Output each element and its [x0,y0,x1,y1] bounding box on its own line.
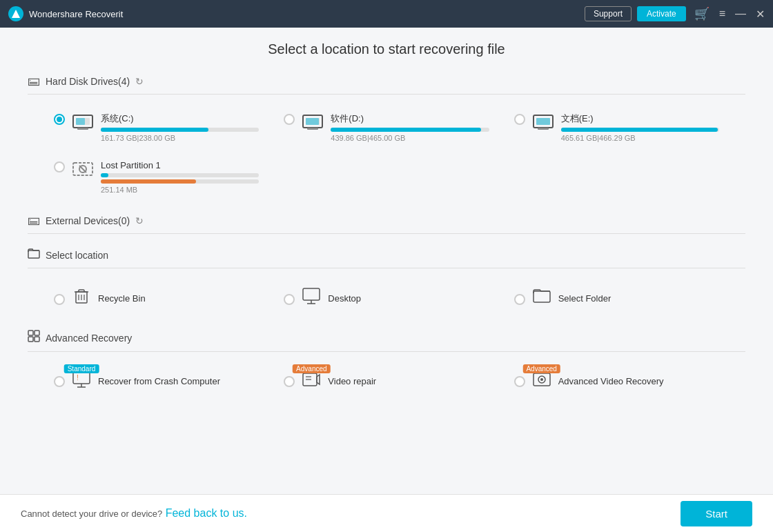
external-icon: 🖴 [28,213,40,228]
location-item-desktop[interactable]: Desktop [278,281,494,316]
drive-bar-bg-lost2 [101,179,259,184]
hard-disk-section: 🖴 Hard Disk Drives(4) ↻ 系统(C:) 161.73 GB… [28,74,745,199]
drive-bar-bg-e [561,128,719,132]
close-icon[interactable]: ✕ [756,8,765,21]
drive-item-lost[interactable]: Lost Partition 1 251.14 MB [48,155,264,199]
drive-size-e: 465.61 GB|466.29 GB [561,134,719,142]
desktop-icon [302,286,321,311]
select-location-icon [28,248,40,262]
footer-feedback-link[interactable]: Feed back to us. [166,507,247,519]
svg-rect-28 [28,337,33,342]
drive-name-c: 系统(C:) [101,112,259,125]
drive-size-d: 439.86 GB|465.00 GB [331,134,489,142]
drive-item-c[interactable]: 系统(C:) 161.73 GB|238.00 GB [48,107,264,148]
video-repair-icon-wrap: Advanced [302,370,321,392]
drive-icon-e [532,112,554,135]
drive-name-lost: Lost Partition 1 [101,160,259,170]
video-repair-label: Video repair [328,376,376,386]
adv-video-badge: Advanced [522,364,560,373]
drive-bar-fill-c [101,128,208,132]
svg-rect-27 [35,331,39,335]
video-repair-badge: Advanced [293,364,330,373]
drive-bar-fill-d [331,128,481,132]
svg-rect-12 [538,128,549,130]
svg-rect-25 [534,291,550,302]
location-item-recycle[interactable]: Recycle Bin [48,281,264,316]
menu-icon[interactable]: ≡ [719,8,725,20]
footer-notice: Cannot detect your drive or device? [21,509,162,519]
svg-marker-35 [317,375,320,384]
svg-rect-4 [77,128,88,130]
app-logo [8,6,23,21]
minimize-icon[interactable]: — [735,8,746,20]
main-content: Select a location to start recovering fi… [0,28,773,494]
advanced-item-adv-video[interactable]: Advanced Advanced Video Recovery [509,364,725,397]
external-header: 🖴 External Devices(0) ↻ [28,213,745,234]
location-item-folder[interactable]: Select Folder [509,281,725,316]
crash-icon-wrap: Standard ! [72,370,91,392]
radio-crash[interactable] [54,376,65,387]
drive-info-d: 软件(D:) 439.86 GB|465.00 GB [331,112,489,142]
advanced-section: Advanced Recovery Standard ! Recover fro… [28,330,745,397]
page-title: Select a location to start recovering fi… [28,41,745,57]
radio-folder[interactable] [514,294,525,305]
radio-desktop[interactable] [284,294,295,305]
radio-adv-video[interactable] [514,376,525,387]
drive-icon-lost [72,160,94,183]
drive-bar-fill-lost [101,173,108,177]
hard-disk-refresh-icon[interactable]: ↻ [135,76,144,87]
svg-rect-22 [303,288,320,300]
footer: Cannot detect your drive or device? Feed… [0,494,773,532]
radio-c[interactable] [54,114,65,125]
select-folder-label: Select Folder [558,293,611,304]
location-grid: Recycle Bin Desktop Select Folder [28,281,745,316]
recycle-bin-icon [72,286,91,311]
svg-rect-26 [28,331,33,335]
titlebar: Wondershare Recoverit Support Activate 🛒… [0,0,773,28]
radio-video-repair[interactable] [284,376,295,387]
titlebar-actions: Support Activate 🛒 ≡ — ✕ [585,6,765,21]
select-location-label: Select location [46,250,108,261]
folder-icon [532,286,551,311]
radio-recycle[interactable] [54,294,65,305]
radio-e[interactable] [514,114,525,125]
radio-lost[interactable] [54,161,65,173]
drive-bar-fill-lost2 [101,179,196,184]
drives-grid: 系统(C:) 161.73 GB|238.00 GB 软件(D:) [28,107,745,199]
advanced-label: Advanced Recovery [46,333,132,344]
external-refresh-icon[interactable]: ↻ [135,215,144,226]
drive-bar-bg-d [331,128,489,132]
drive-info-c: 系统(C:) 161.73 GB|238.00 GB [101,112,259,142]
advanced-grid: Standard ! Recover from Crash Computer A… [28,364,745,397]
cart-icon[interactable]: 🛒 [694,6,710,21]
advanced-item-video-repair[interactable]: Advanced Video repair [278,364,494,397]
svg-text:!: ! [77,374,79,382]
select-location-section: Select location Recycle Bin Desktop [28,248,745,316]
hard-disk-icon: 🖴 [28,74,40,88]
svg-rect-7 [306,118,319,125]
drive-info-e: 文档(E:) 465.61 GB|466.29 GB [561,112,719,142]
advanced-header: Advanced Recovery [28,330,745,352]
drive-size-c: 161.73 GB|238.00 GB [101,134,259,142]
radio-d[interactable] [284,114,295,125]
select-location-header: Select location [28,248,745,268]
drive-info-lost: Lost Partition 1 251.14 MB [101,160,259,194]
svg-marker-0 [12,10,20,18]
advanced-item-crash[interactable]: Standard ! Recover from Crash Computer [48,364,264,397]
svg-point-40 [540,378,543,381]
start-button[interactable]: Start [681,501,752,526]
drive-name-d: 软件(D:) [331,112,489,125]
hard-disk-label: Hard Disk Drives(4) [46,76,130,87]
desktop-label: Desktop [328,293,361,304]
drive-bar-bg-lost [101,173,259,177]
drive-item-e[interactable]: 文档(E:) 465.61 GB|466.29 GB [509,107,725,148]
svg-rect-8 [307,128,318,130]
drive-item-d[interactable]: 软件(D:) 439.86 GB|465.00 GB [278,107,494,148]
drive-name-e: 文档(E:) [561,112,719,125]
drive-icon-d [302,112,324,135]
drive-size-lost: 251.14 MB [101,186,259,194]
activate-button[interactable]: Activate [637,6,686,21]
external-section: 🖴 External Devices(0) ↻ [28,213,745,234]
svg-rect-3 [76,118,85,125]
support-button[interactable]: Support [585,6,632,21]
